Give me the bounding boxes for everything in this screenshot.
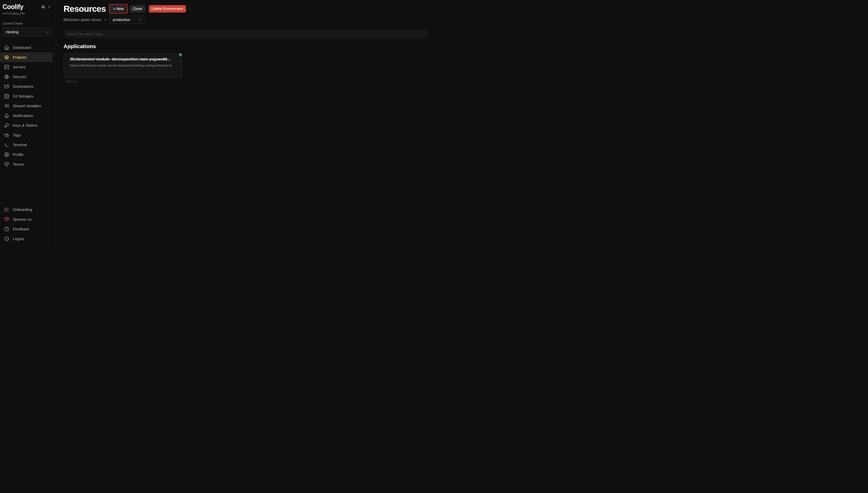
status-indicator	[179, 53, 182, 56]
add-tag-input[interactable]: Add tag	[66, 80, 77, 83]
key-icon	[4, 123, 9, 128]
sidebar-item-sources[interactable]: Sources	[0, 72, 53, 82]
applications-section-title: Applications	[64, 43, 427, 50]
app-version: v4.0.0-beta.399	[3, 12, 52, 15]
sidebar-item-label: Onboarding	[13, 208, 32, 212]
tags-icon	[4, 132, 9, 138]
sidebar-item-label: Teams	[13, 162, 24, 166]
applications-grid: illicitestonion/-module--decomposition:m…	[64, 53, 427, 78]
sidebar-item-dashboard[interactable]: Dashboard	[0, 43, 53, 52]
map-icon	[4, 84, 9, 89]
breadcrumb: illicitonion quote server production	[64, 15, 427, 24]
git-source-icon	[4, 74, 9, 80]
breadcrumb-project[interactable]: illicitonion quote server	[64, 18, 101, 22]
theme-sun-icon[interactable]	[41, 5, 46, 9]
sidebar-footer-menu: Onboarding Sponsor us Feedback	[0, 205, 55, 246]
bell-icon	[4, 113, 9, 119]
heart-handshake-icon	[4, 217, 9, 222]
sidebar-item-feedback[interactable]: Feedback	[0, 224, 53, 234]
sidebar-item-tags[interactable]: Tags	[0, 130, 53, 140]
application-url: https://illicitonion-quote-server-backen…	[70, 64, 175, 67]
sidebar-item-label: Destinations	[13, 84, 33, 89]
team-select-value: Hosting	[6, 30, 18, 34]
sidebar-item-label: Projects	[13, 55, 26, 59]
annotation-highlight: + New	[109, 4, 128, 14]
sidebar-item-label: Sponsor us	[13, 217, 32, 221]
page-title: Resources	[64, 4, 106, 14]
current-team-label: Current Team	[3, 22, 52, 25]
chevron-right-icon	[104, 18, 107, 21]
main-content: Resources + New Clone Delete Environment…	[55, 0, 434, 246]
sidebar-item-label: Tags	[13, 133, 21, 137]
layers-icon	[4, 55, 9, 60]
sidebar-item-label: Profile	[13, 153, 23, 157]
sidebar-item-terminal[interactable]: Terminal	[0, 140, 53, 150]
sidebar-item-label: Feedback	[13, 227, 29, 231]
checklist-icon	[4, 207, 9, 212]
chevron-down-icon	[46, 30, 49, 34]
application-card[interactable]: illicitestonion/-module--decomposition:m…	[64, 53, 182, 78]
sidebar-item-label: Logout	[13, 237, 24, 241]
environment-select[interactable]: production	[109, 15, 145, 24]
environment-select-value: production	[113, 18, 130, 22]
sidebar-item-label: Notifications	[13, 114, 33, 118]
search-input[interactable]	[64, 30, 427, 38]
sidebar-item-label: Dashboard	[13, 46, 31, 50]
sidebar-menu: Dashboard Projects Servers	[0, 43, 55, 169]
new-button[interactable]: + New	[110, 5, 127, 13]
sidebar-item-servers[interactable]: Servers	[0, 62, 53, 72]
server-bolt-icon	[4, 64, 9, 70]
sidebar-item-s3-storages[interactable]: S3 Storages	[0, 91, 53, 101]
sidebar-item-label: Shared Variables	[13, 104, 41, 108]
sidebar-item-label: Sources	[13, 75, 26, 79]
sidebar-item-projects[interactable]: Projects	[0, 52, 53, 62]
sidebar-item-notifications[interactable]: Notifications	[0, 111, 53, 121]
sidebar-item-profile[interactable]: Profile	[0, 150, 53, 159]
sidebar: Coolify v4.0.0-beta.399 Current Team Hos…	[0, 0, 55, 246]
sidebar-item-label: Terminal	[13, 143, 27, 147]
selector-icon[interactable]	[47, 5, 51, 9]
terminal-icon	[4, 142, 9, 148]
page-header: Resources + New Clone Delete Environment	[64, 4, 427, 14]
team-select[interactable]: Hosting	[3, 28, 52, 36]
chevron-down-icon	[138, 18, 142, 22]
clone-button[interactable]: Clone	[130, 5, 145, 13]
sidebar-item-sponsor-us[interactable]: Sponsor us	[0, 215, 53, 224]
users-group-icon	[4, 162, 9, 167]
sidebar-item-onboarding[interactable]: Onboarding	[0, 205, 53, 215]
variables-icon: (x)	[4, 103, 9, 109]
sidebar-item-label: Servers	[13, 65, 26, 69]
sidebar-item-teams[interactable]: Teams	[0, 159, 53, 169]
logout-icon	[4, 236, 9, 242]
sidebar-item-label: Keys & Tokens	[13, 123, 37, 127]
database-icon	[4, 93, 9, 99]
delete-environment-button[interactable]: Delete Environment	[149, 5, 186, 13]
app-logo: Coolify	[3, 3, 23, 10]
sidebar-item-label: S3 Storages	[13, 94, 33, 98]
application-name: illicitestonion/-module--decomposition:m…	[70, 57, 175, 61]
sidebar-item-destinations[interactable]: Destinations	[0, 82, 53, 91]
sidebar-item-shared-variables[interactable]: (x) Shared Variables	[0, 101, 53, 111]
sidebar-item-logout[interactable]: Logout	[0, 234, 53, 244]
help-circle-icon	[4, 226, 9, 232]
user-circle-icon	[4, 152, 9, 157]
home-icon	[4, 45, 9, 50]
sidebar-item-keys-tokens[interactable]: Keys & Tokens	[0, 121, 53, 130]
